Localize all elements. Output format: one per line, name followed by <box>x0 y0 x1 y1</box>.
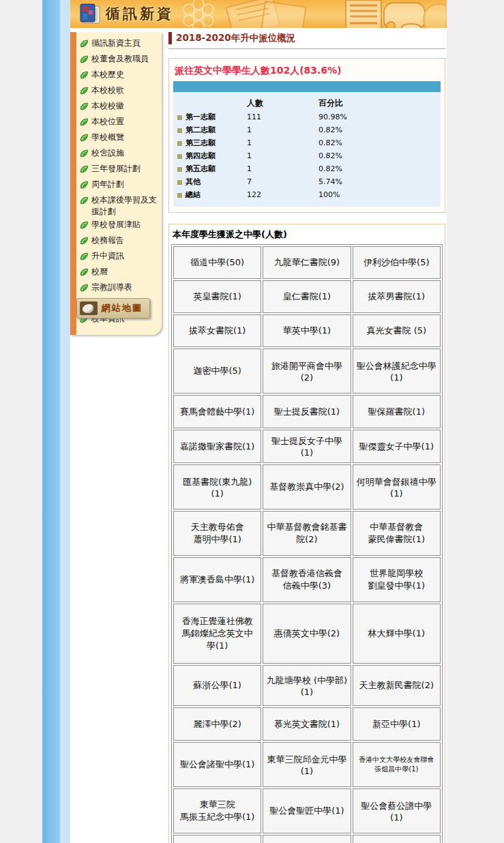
stats-row-percent: 100% <box>318 188 441 201</box>
sidebar-item-5[interactable]: 本校校徽 <box>79 100 159 115</box>
school-table-row: 循道中學(50)九龍華仁書院(9)伊利沙伯中學(5) <box>173 246 441 279</box>
sidebar-item-1[interactable]: 循訊新資主頁 <box>79 37 159 53</box>
school-cell: 真光女書院 (5) <box>353 314 441 347</box>
school-cell: 聖公會蔡公譜中學(1) <box>353 788 441 833</box>
school-cell: 聖士提反書院(1) <box>263 395 351 428</box>
school-cell: 拔萃女書院(1) <box>173 314 261 347</box>
sidebar-item-8[interactable]: 校舍設施 <box>79 147 159 162</box>
sidebar-item-label: 校本課後學習及支援計劃 <box>91 194 159 218</box>
stats-row-label: 總結 <box>186 190 201 199</box>
sidebar-item-label: 周年計劃 <box>91 179 124 190</box>
school-cell: 基督教香港信義會 信義中學(3) <box>263 557 351 602</box>
sidebar-item-label: 循訊新資主頁 <box>91 38 140 49</box>
school-table-row: 天主教母佑會 蕭明中學(1)中華基督教會銘基書院(2)中華基督教會 蒙民偉書院(… <box>173 511 441 556</box>
bookshelf-doodle-icon <box>343 0 445 28</box>
school-table-row: 香海正覺蓮社佛教 馬錦燦紀念英文中 學(1)惠僑英文中學(2)林大輝中學(1) <box>173 604 441 664</box>
stats-row: 第四志願10.82% <box>173 149 441 162</box>
school-cell: 將軍澳香島中學(1) <box>173 557 261 602</box>
sidebar-item-label: 校董會及教職員 <box>91 53 149 65</box>
stats-row-count: 1 <box>247 136 318 149</box>
sidebar-item-label: 本校歷史 <box>91 69 124 80</box>
sidebar-item-label: 宗教訓導表 <box>91 282 132 293</box>
page-title: 2018-2020年升中派位概況 <box>176 32 295 44</box>
leaf-icon <box>79 69 91 83</box>
sidebar-item-4[interactable]: 本校校歌 <box>79 84 159 100</box>
stats-row-label: 其他 <box>186 177 201 186</box>
sidebar-item-6[interactable]: 本校位置 <box>79 115 159 131</box>
school-cell: 中華基督教會 蒙民偉書院(1) <box>353 511 441 556</box>
sidebar-item-9[interactable]: 三年發展計劃 <box>79 162 159 178</box>
stats-title: 派往英文中學學生人數102人(83.6%) <box>173 63 441 81</box>
school-cell: 慕光英文書院(1) <box>263 707 351 741</box>
sidebar-item-15[interactable]: 校曆 <box>79 265 159 281</box>
school-cell: 寧波第二中學(1) <box>173 835 261 843</box>
sidebar-item-11[interactable]: 校本課後學習及支援計劃 <box>79 194 159 218</box>
school-cell: 九龍塘學校 (中學部) (1) <box>263 665 351 706</box>
site-banner: 循訊新資 <box>70 0 447 28</box>
school-cell: 東華三院 馬振玉紀念中學(1) <box>173 788 261 833</box>
stats-row: 其他75.74% <box>173 175 441 188</box>
sidebar-item-7[interactable]: 學校概覽 <box>79 131 159 147</box>
leaf-icon <box>79 147 91 162</box>
sidebar-item-12[interactable]: 學校發展津貼 <box>79 218 159 234</box>
school-cell: 賽馬會體藝中學(1) <box>173 395 261 428</box>
leaf-icon <box>79 38 91 52</box>
school-cell: 英皇書院(1) <box>173 280 261 313</box>
school-table-row: 麗澤中學(2)慕光英文書院(1)新亞中學(1) <box>173 707 441 741</box>
sitemap-label: 網站地圖 <box>102 302 143 314</box>
sidebar-item-14[interactable]: 升中資訊 <box>79 250 159 265</box>
stats-row: 第一志願11190.98% <box>173 110 441 123</box>
stats-row-count: 111 <box>247 110 318 123</box>
stats-row: 第五志願10.82% <box>173 162 441 175</box>
stats-column-header <box>173 96 247 110</box>
stats-row-count: 1 <box>247 149 318 162</box>
leaf-icon <box>79 100 91 115</box>
school-table-row: 賽馬會體藝中學(1)聖士提反書院(1)聖保羅書院(1) <box>173 395 441 428</box>
sidebar-item-label: 學校發展津貼 <box>91 219 140 231</box>
school-cell: 世界龍岡學校 劉皇發中學(1) <box>353 557 441 602</box>
main-content: 2018-2020年升中派位概況 派往英文中學學生人數102人(83.6%) 人… <box>168 32 445 843</box>
stats-row-percent: 0.82% <box>318 123 441 136</box>
school-cell: 旅港開平商會中學(2) <box>263 349 351 394</box>
stats-row-label: 第五志願 <box>186 164 216 173</box>
schools-title: 本年度學生獲派之中學(人數) <box>171 227 443 244</box>
school-cell: 惠僑英文中學(2) <box>263 604 351 664</box>
sidebar-item-label: 升中資訊 <box>91 250 124 262</box>
placement-stats-table: 人數百分比第一志願11190.98%第二志願10.82%第三志願10.82%第四… <box>173 96 441 201</box>
placement-stats-box: 派往英文中學學生人數102人(83.6%) 人數百分比第一志願11190.98%… <box>168 58 445 213</box>
school-cell: 天主教母佑會 蕭明中學(1) <box>173 511 261 556</box>
title-accent-bar <box>168 32 172 44</box>
stats-row-count: 122 <box>247 188 318 201</box>
stats-row: 第二志願10.82% <box>173 123 441 136</box>
sitemap-button[interactable]: 網站地圖 <box>76 298 150 319</box>
stats-row-percent: 0.82% <box>318 136 441 149</box>
sidebar-item-label: 校曆 <box>91 266 108 278</box>
school-table-row: 英皇書院(1)皇仁書院(1)拔萃男書院(1) <box>173 280 441 313</box>
page-title-row: 2018-2020年升中派位概況 <box>168 32 445 49</box>
bullet-icon <box>177 141 182 146</box>
sitemap-thumbnail-icon <box>80 301 98 315</box>
school-cell: 聖公會諸聖中學(1) <box>173 742 261 787</box>
leaf-icon <box>79 235 91 249</box>
sidebar-item-13[interactable]: 校務報告 <box>79 234 159 250</box>
sidebar-item-3[interactable]: 本校歷史 <box>79 68 159 84</box>
stats-header-row: 人數百分比 <box>173 96 441 110</box>
site-container: 循訊新資 循訊新資主頁校董會及教職員本校歷史本校校歌本校校徽本校位置學校概覽校舍… <box>42 0 447 843</box>
sidebar-item-label: 校舍設施 <box>91 147 124 159</box>
leaf-icon <box>79 179 91 193</box>
bullet-icon <box>177 193 182 198</box>
leaf-icon <box>79 194 91 209</box>
sidebar-item-2[interactable]: 校董會及教職員 <box>79 53 159 68</box>
sidebar-item-16[interactable]: 宗教訓導表 <box>79 281 159 297</box>
school-table-row: 寧波第二中學(1)新界西貢坑口區 鄭植之中學(1)五邑司徒浩中學(1) <box>173 835 441 843</box>
school-cell: 香海正覺蓮社佛教 馬錦燦紀念英文中 學(1) <box>173 604 261 664</box>
sidebar-item-10[interactable]: 周年計劃 <box>79 178 159 194</box>
school-cell: 聖士提反女子中學(1) <box>263 430 351 463</box>
leaf-icon <box>79 132 91 146</box>
site-title: 循訊新資 <box>106 4 174 23</box>
stats-row-count: 1 <box>247 123 318 136</box>
newspaper-doodle-icon <box>224 0 312 28</box>
school-cell: 聖保羅書院(1) <box>353 395 441 428</box>
school-cell: 迦密中學(5) <box>173 349 261 394</box>
school-table-row: 將軍澳香島中學(1)基督教香港信義會 信義中學(3)世界龍岡學校 劉皇發中學(1… <box>173 557 441 602</box>
